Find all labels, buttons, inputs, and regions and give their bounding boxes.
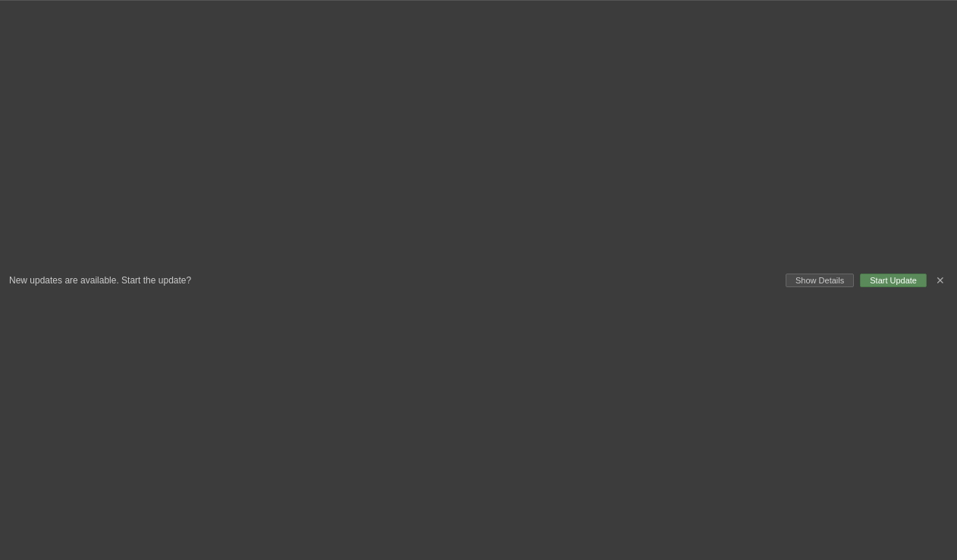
main-layout: ⊞ Welcome ▤ Edit ✏ Design ⚙ Debug ⊕ Proj… xyxy=(0,44,957,540)
start-update-button[interactable]: Start Update xyxy=(860,274,927,287)
update-close-button[interactable]: ✕ xyxy=(933,274,948,286)
update-banner: New updates are available. Start the upd… xyxy=(45,44,957,540)
update-text: New updates are available. Start the upd… xyxy=(45,275,780,286)
content-area: ‹ › 🐍 main.py ▼ ✕ REPL Windows (CRLF) ▼ … xyxy=(45,44,957,540)
show-details-button[interactable]: Show Details xyxy=(786,274,854,287)
